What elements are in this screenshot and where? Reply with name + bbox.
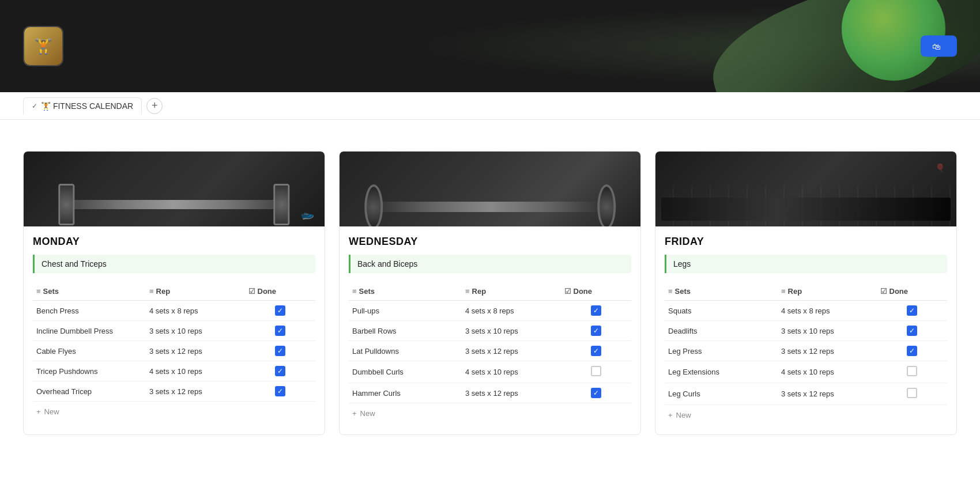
tab-fitness-calendar[interactable]: ✓ 🏋️ FITNESS CALENDAR bbox=[23, 97, 142, 115]
table-row: Squats4 sets x 8 reps✓ bbox=[665, 301, 947, 321]
friday-th-rep: ≡Rep bbox=[778, 282, 877, 301]
add-tab-button[interactable]: + bbox=[146, 98, 163, 114]
friday-exercise-done[interactable]: ✓ bbox=[877, 341, 948, 361]
check-icon: ☑ bbox=[564, 287, 571, 296]
checkbox-unchecked[interactable] bbox=[907, 388, 917, 398]
checkbox-checked[interactable]: ✓ bbox=[907, 305, 917, 316]
wednesday-category: Back and Biceps bbox=[349, 255, 631, 273]
monday-exercise-name: Tricep Pushdowns bbox=[33, 361, 146, 381]
wednesday-exercise-done[interactable]: ✓ bbox=[561, 321, 632, 341]
monday-new-label: New bbox=[44, 407, 59, 416]
friday-exercise-sets: 4 sets x 10 reps bbox=[778, 361, 877, 383]
app-logo: 🏋️ bbox=[23, 26, 63, 66]
friday-exercise-sets: 3 sets x 12 reps bbox=[778, 341, 877, 361]
table-row: Overhead Tricep3 sets x 12 reps✓ bbox=[33, 381, 315, 402]
monday-category: Chest and Triceps bbox=[33, 255, 315, 273]
wednesday-exercise-sets: 4 sets x 10 reps bbox=[462, 361, 561, 383]
table-row: Deadlifts3 sets x 10 reps✓ bbox=[665, 321, 947, 341]
friday-card-body: FRIDAY Legs ≡Sets ≡Rep ☑Done bbox=[655, 226, 956, 434]
checkbox-checked[interactable]: ✓ bbox=[591, 388, 601, 398]
monday-exercise-name: Incline Dumbbell Press bbox=[33, 321, 146, 341]
table-row: Cable Flyes3 sets x 12 reps✓ bbox=[33, 341, 315, 361]
monday-exercise-done[interactable]: ✓ bbox=[245, 381, 316, 402]
wednesday-th-sets: ≡Sets bbox=[349, 282, 462, 301]
wednesday-exercise-done[interactable]: ✓ bbox=[561, 341, 632, 361]
share-icon: 🛍 bbox=[932, 41, 941, 51]
wednesday-exercise-done[interactable]: ✓ bbox=[561, 301, 632, 321]
friday-exercise-sets: 3 sets x 12 reps bbox=[778, 383, 877, 405]
monday-exercise-done[interactable]: ✓ bbox=[245, 301, 316, 321]
tab-check-icon: ✓ bbox=[32, 102, 37, 110]
monday-new-row[interactable]: + New bbox=[33, 402, 315, 422]
list-icon: ≡ bbox=[668, 287, 673, 296]
check-icon: ☑ bbox=[880, 287, 887, 296]
wednesday-exercise-name: Pull-ups bbox=[349, 301, 462, 321]
monday-exercise-sets: 3 sets x 12 reps bbox=[146, 381, 245, 402]
table-row: Hammer Curls3 sets x 12 reps✓ bbox=[349, 383, 631, 403]
monday-exercise-done[interactable]: ✓ bbox=[245, 341, 316, 361]
add-tab-icon: + bbox=[152, 100, 158, 112]
monday-th-rep: ≡Rep bbox=[146, 282, 245, 301]
friday-exercise-name: Leg Press bbox=[665, 341, 778, 361]
checkbox-checked[interactable]: ✓ bbox=[275, 326, 285, 336]
monday-exercise-name: Overhead Tricep bbox=[33, 381, 146, 402]
share-button[interactable]: 🛍 bbox=[921, 36, 957, 57]
checkbox-unchecked[interactable] bbox=[907, 366, 917, 376]
tab-fitness-calendar-label: 🏋️ FITNESS CALENDAR bbox=[41, 101, 133, 111]
wednesday-th-rep: ≡Rep bbox=[462, 282, 561, 301]
checkbox-checked[interactable]: ✓ bbox=[275, 366, 285, 376]
checkbox-checked[interactable]: ✓ bbox=[275, 386, 285, 396]
wednesday-card: WEDNESDAY Back and Biceps ≡Sets ≡Rep bbox=[339, 151, 641, 435]
monday-table: ≡Sets ≡Rep ☑Done Bench Press4 sets x 8 r… bbox=[33, 282, 315, 402]
friday-exercise-done[interactable] bbox=[877, 361, 948, 383]
monday-exercise-sets: 4 sets x 10 reps bbox=[146, 361, 245, 381]
monday-new-icon: + bbox=[36, 407, 41, 416]
friday-exercise-done[interactable] bbox=[877, 383, 948, 405]
table-row: Lat Pulldowns3 sets x 12 reps✓ bbox=[349, 341, 631, 361]
monday-day-name: MONDAY bbox=[33, 236, 315, 248]
wednesday-exercise-name: Lat Pulldowns bbox=[349, 341, 462, 361]
wednesday-exercise-sets: 3 sets x 12 reps bbox=[462, 383, 561, 403]
wednesday-card-body: WEDNESDAY Back and Biceps ≡Sets ≡Rep bbox=[340, 226, 640, 433]
checkbox-checked[interactable]: ✓ bbox=[591, 305, 601, 316]
checkbox-unchecked[interactable] bbox=[591, 366, 601, 376]
wednesday-exercise-done[interactable] bbox=[561, 361, 632, 383]
wednesday-exercise-done[interactable]: ✓ bbox=[561, 383, 632, 403]
table-row: Barbell Rows3 sets x 10 reps✓ bbox=[349, 321, 631, 341]
friday-exercise-sets: 3 sets x 10 reps bbox=[778, 321, 877, 341]
monday-th-sets: ≡Sets bbox=[33, 282, 146, 301]
wednesday-exercise-sets: 3 sets x 12 reps bbox=[462, 341, 561, 361]
checkbox-checked[interactable]: ✓ bbox=[907, 326, 917, 336]
checkbox-checked[interactable]: ✓ bbox=[591, 326, 601, 336]
monday-card: 👟 MONDAY Chest and Triceps ≡Sets ≡Rep bbox=[23, 151, 325, 435]
main-content: 👟 MONDAY Chest and Triceps ≡Sets ≡Rep bbox=[0, 120, 980, 484]
table-row: Leg Press3 sets x 12 reps✓ bbox=[665, 341, 947, 361]
monday-card-body: MONDAY Chest and Triceps ≡Sets ≡Rep bbox=[24, 226, 325, 431]
wednesday-new-icon: + bbox=[352, 409, 357, 418]
wednesday-image bbox=[340, 152, 640, 226]
wednesday-new-label: New bbox=[360, 409, 375, 418]
checkbox-checked[interactable]: ✓ bbox=[275, 305, 285, 316]
wednesday-day-name: WEDNESDAY bbox=[349, 236, 631, 248]
monday-image: 👟 bbox=[24, 152, 325, 226]
monday-exercise-name: Cable Flyes bbox=[33, 341, 146, 361]
table-row: Tricep Pushdowns4 sets x 10 reps✓ bbox=[33, 361, 315, 381]
table-row: Leg Extensions4 sets x 10 reps bbox=[665, 361, 947, 383]
wednesday-new-row[interactable]: + New bbox=[349, 403, 631, 423]
monday-exercise-done[interactable]: ✓ bbox=[245, 321, 316, 341]
table-row: Leg Curls3 sets x 12 reps bbox=[665, 383, 947, 405]
monday-exercise-sets: 4 sets x 8 reps bbox=[146, 301, 245, 321]
friday-new-row[interactable]: + New bbox=[665, 405, 947, 425]
monday-exercise-done[interactable]: ✓ bbox=[245, 361, 316, 381]
monday-exercise-sets: 3 sets x 12 reps bbox=[146, 341, 245, 361]
checkbox-checked[interactable]: ✓ bbox=[907, 346, 917, 356]
table-row: Pull-ups4 sets x 8 reps✓ bbox=[349, 301, 631, 321]
check-icon: ☑ bbox=[248, 287, 255, 296]
friday-exercise-done[interactable]: ✓ bbox=[877, 301, 948, 321]
friday-th-done: ☑Done bbox=[877, 282, 948, 301]
wednesday-th-done: ☑Done bbox=[561, 282, 632, 301]
checkbox-checked[interactable]: ✓ bbox=[275, 346, 285, 356]
friday-table: ≡Sets ≡Rep ☑Done Squats4 sets x 8 reps✓D… bbox=[665, 282, 947, 405]
friday-exercise-done[interactable]: ✓ bbox=[877, 321, 948, 341]
checkbox-checked[interactable]: ✓ bbox=[591, 346, 601, 356]
